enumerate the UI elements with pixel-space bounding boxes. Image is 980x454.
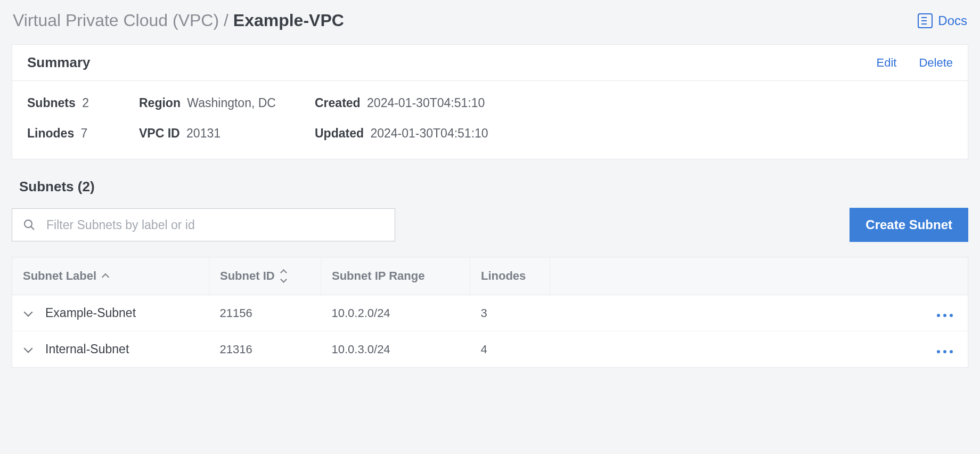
- summary-created-label: Created: [315, 96, 361, 110]
- subnet-label: Internal-Subnet: [45, 342, 129, 356]
- summary-subnets-label: Subnets: [27, 96, 76, 110]
- summary-updated: Updated 2024-01-30T04:51:10: [315, 126, 953, 141]
- col-subnet-label[interactable]: Subnet Label: [12, 257, 209, 295]
- sort-both-icon: [281, 270, 286, 282]
- summary-panel: Summary Edit Delete Subnets 2 Region Was…: [12, 44, 968, 159]
- search-icon: [23, 218, 36, 231]
- col-subnet-range-text: Subnet IP Range: [332, 269, 424, 283]
- subnet-range: 10.0.2.0/24: [321, 295, 470, 331]
- summary-linodes-value: 7: [81, 126, 88, 140]
- subnet-label: Example-Subnet: [45, 306, 136, 320]
- summary-updated-label: Updated: [315, 126, 364, 140]
- col-linodes: Linodes: [470, 257, 550, 295]
- docs-link[interactable]: Docs: [918, 13, 967, 28]
- summary-region-label: Region: [139, 96, 181, 110]
- table-row: Internal-Subnet 21316 10.0.3.0/24 4: [12, 331, 968, 368]
- edit-button[interactable]: Edit: [876, 56, 896, 70]
- col-subnet-range: Subnet IP Range: [321, 257, 470, 295]
- create-subnet-button[interactable]: Create Subnet: [850, 208, 968, 242]
- summary-vpcid-label: VPC ID: [139, 126, 180, 140]
- summary-updated-value: 2024-01-30T04:51:10: [370, 126, 488, 140]
- docs-icon: [918, 13, 933, 28]
- subnet-filter-input[interactable]: [46, 218, 384, 232]
- col-actions: [550, 257, 968, 295]
- col-subnet-label-text: Subnet Label: [23, 269, 96, 283]
- subnet-linodes: 3: [470, 295, 550, 331]
- expand-row-icon[interactable]: [24, 307, 33, 317]
- subnets-heading: Subnets (2): [12, 175, 968, 208]
- row-actions-menu[interactable]: [937, 314, 957, 317]
- summary-linodes-label: Linodes: [27, 126, 74, 140]
- summary-subnets: Subnets 2: [27, 96, 139, 110]
- docs-label: Docs: [938, 13, 967, 28]
- subnet-range: 10.0.3.0/24: [321, 331, 470, 368]
- svg-point-0: [24, 220, 32, 228]
- subnets-table: Subnet Label Subnet ID Subnet IP Range L…: [12, 257, 968, 368]
- summary-created: Created 2024-01-30T04:51:10: [315, 96, 953, 110]
- breadcrumb-current: Example-VPC: [233, 11, 344, 30]
- table-row: Example-Subnet 21156 10.0.2.0/24 3: [12, 295, 968, 331]
- svg-line-1: [31, 227, 35, 230]
- subnet-id: 21156: [209, 295, 321, 331]
- summary-created-value: 2024-01-30T04:51:10: [367, 96, 485, 110]
- summary-subnets-value: 2: [82, 96, 89, 110]
- breadcrumb: Virtual Private Cloud (VPC) / Example-VP…: [13, 11, 344, 30]
- summary-vpcid: VPC ID 20131: [139, 126, 315, 141]
- summary-title: Summary: [27, 54, 91, 71]
- subnet-id: 21316: [209, 331, 321, 368]
- subnet-linodes: 4: [470, 331, 550, 368]
- col-linodes-text: Linodes: [481, 269, 526, 283]
- breadcrumb-parent[interactable]: Virtual Private Cloud (VPC): [13, 11, 219, 30]
- summary-linodes: Linodes 7: [27, 126, 139, 141]
- breadcrumb-sep: /: [219, 11, 233, 30]
- subnet-filter-wrap[interactable]: [12, 208, 395, 241]
- summary-vpcid-value: 20131: [186, 126, 220, 140]
- expand-row-icon[interactable]: [24, 344, 33, 353]
- col-subnet-id[interactable]: Subnet ID: [209, 257, 321, 295]
- delete-button[interactable]: Delete: [919, 56, 953, 70]
- col-subnet-id-text: Subnet ID: [220, 269, 275, 283]
- row-actions-menu[interactable]: [937, 350, 957, 353]
- sort-asc-icon: [102, 273, 109, 280]
- summary-region: Region Washington, DC: [139, 96, 315, 110]
- summary-region-value: Washington, DC: [187, 96, 276, 110]
